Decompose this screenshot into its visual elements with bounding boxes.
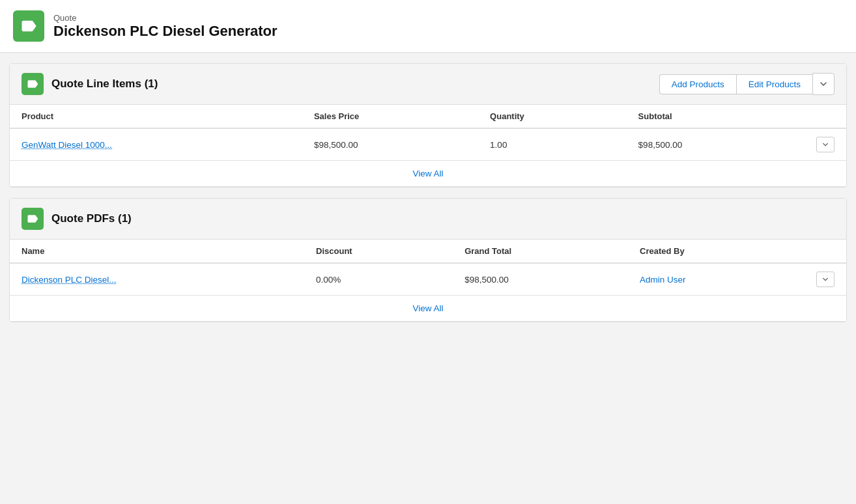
quote-pdfs-table: Name Discount Grand Total Created By Dic… [10,240,846,322]
table-row: GenWatt Diesel 1000... $98,500.00 1.00 $… [10,128,846,161]
cell-pdf-name: Dickenson PLC Diesel... [10,263,304,296]
col-created-by: Created By [628,240,846,263]
quote-line-items-title: Quote Line Items (1) [51,77,158,91]
cell-sales-price: $98,500.00 [302,128,478,161]
quote-pdfs-title-group: Quote PDFs (1) [21,208,132,230]
col-sales-price: Sales Price [302,105,478,128]
cell-grand-total: $98,500.00 [453,263,628,296]
pdf-name-link[interactable]: Dickenson PLC Diesel... [21,275,117,285]
created-by-link[interactable]: Admin User [640,275,686,285]
pdf-row-dropdown[interactable] [816,272,835,287]
subtotal-value: $98,500.00 [638,140,683,150]
quote-line-items-table: Product Sales Price Quantity Subtotal Ge… [10,105,846,187]
col-product: Product [10,105,302,128]
line-items-view-all-row: View All [10,161,846,187]
col-name: Name [10,240,304,263]
quote-pdfs-icon [21,208,44,230]
col-grand-total: Grand Total [453,240,628,263]
pdfs-view-all-link[interactable]: View All [412,303,443,313]
cell-product: GenWatt Diesel 1000... [10,128,302,161]
cell-discount: 0.00% [304,263,453,296]
line-item-row-dropdown[interactable] [816,137,835,152]
cell-quantity: 1.00 [478,128,627,161]
record-type: Quote [53,13,278,23]
quote-header-icon [13,10,44,42]
quote-line-items-header: Quote Line Items (1) Add Products Edit P… [10,64,846,105]
record-name: Dickenson PLC Diesel Generator [53,23,278,40]
line-items-view-all-link[interactable]: View All [412,169,443,178]
col-discount: Discount [304,240,453,263]
add-products-button[interactable]: Add Products [659,74,736,94]
quote-line-items-section: Quote Line Items (1) Add Products Edit P… [9,63,847,188]
cell-created-by: Admin User [628,263,846,296]
record-header: Quote Dickenson PLC Diesel Generator [0,0,856,53]
cell-subtotal: $98,500.00 [627,128,846,161]
quote-pdfs-title: Quote PDFs (1) [51,212,132,225]
product-link[interactable]: GenWatt Diesel 1000... [21,140,112,150]
quote-line-items-icon [21,73,44,95]
table-row: Dickenson PLC Diesel... 0.00% $98,500.00… [10,263,846,296]
col-subtotal: Subtotal [627,105,846,128]
pdfs-view-all-row: View All [10,296,846,322]
quote-pdfs-section: Quote PDFs (1) Name Discount Grand Total… [9,198,847,322]
quote-line-items-title-group: Quote Line Items (1) [21,73,158,95]
quote-line-items-actions: Add Products Edit Products [659,73,835,95]
edit-products-button[interactable]: Edit Products [736,74,812,94]
record-title-block: Quote Dickenson PLC Diesel Generator [53,13,278,40]
line-items-section-dropdown[interactable] [812,73,835,95]
quote-pdfs-header: Quote PDFs (1) [10,199,846,240]
col-quantity: Quantity [478,105,627,128]
